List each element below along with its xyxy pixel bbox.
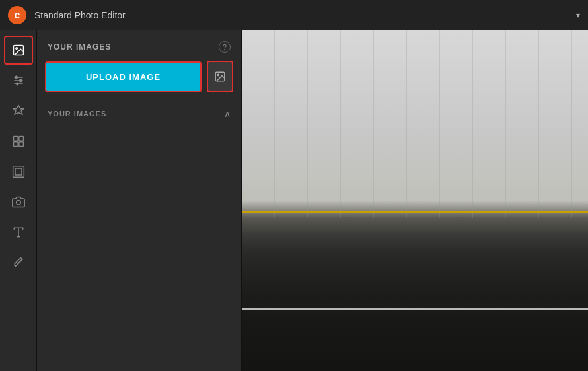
svg-rect-8	[13, 137, 18, 141]
canvas-area	[242, 30, 588, 371]
panel-help-button[interactable]: ?	[219, 41, 231, 53]
sidebar-icon-pen[interactable]	[4, 248, 33, 277]
sidebar-icon-camera[interactable]	[4, 187, 33, 217]
svg-rect-13	[15, 168, 22, 175]
svg-rect-12	[13, 166, 24, 178]
main-layout: YOUR IMAGES ? UPLOAD IMAGE YOUR IMAGES ∧	[0, 30, 588, 371]
sidebar-icon-adjustments[interactable]	[4, 66, 33, 95]
svg-point-14	[16, 201, 20, 205]
title-dropdown-chevron[interactable]: ▾	[576, 11, 580, 20]
panel-header: YOUR IMAGES ?	[37, 30, 241, 61]
sidebar-icon-text[interactable]	[4, 218, 33, 247]
svg-point-6	[19, 79, 21, 81]
svg-point-5	[15, 76, 17, 78]
svg-point-7	[16, 83, 18, 84]
upload-area: UPLOAD IMAGE	[37, 61, 241, 103]
images-panel: YOUR IMAGES ? UPLOAD IMAGE YOUR IMAGES ∧	[37, 30, 242, 371]
app-logo: c	[8, 6, 26, 24]
sidebar-icon-retouch[interactable]	[4, 96, 33, 125]
section-title: YOUR IMAGES	[48, 110, 106, 118]
sidebar-icon-elements[interactable]	[4, 127, 33, 156]
svg-point-1	[15, 48, 17, 50]
app-title: Standard Photo Editor	[34, 10, 573, 20]
your-images-section-header[interactable]: YOUR IMAGES ∧	[37, 103, 241, 124]
upload-image-button[interactable]: UPLOAD IMAGE	[46, 63, 200, 91]
panel-title: YOUR IMAGES	[48, 42, 111, 51]
yellow-line	[242, 211, 588, 213]
svg-point-19	[217, 74, 219, 75]
icon-sidebar	[0, 30, 37, 371]
canvas-image	[242, 30, 588, 371]
sidebar-icon-frames[interactable]	[4, 157, 33, 186]
section-chevron-icon: ∧	[224, 108, 231, 119]
svg-rect-11	[18, 142, 23, 147]
sidebar-icon-images[interactable]	[4, 36, 33, 65]
gallery-button[interactable]	[207, 61, 233, 92]
upload-button-wrapper: UPLOAD IMAGE	[45, 61, 202, 92]
svg-rect-9	[18, 137, 23, 141]
topbar: c Standard Photo Editor ▾	[0, 0, 588, 30]
svg-rect-10	[13, 142, 18, 147]
